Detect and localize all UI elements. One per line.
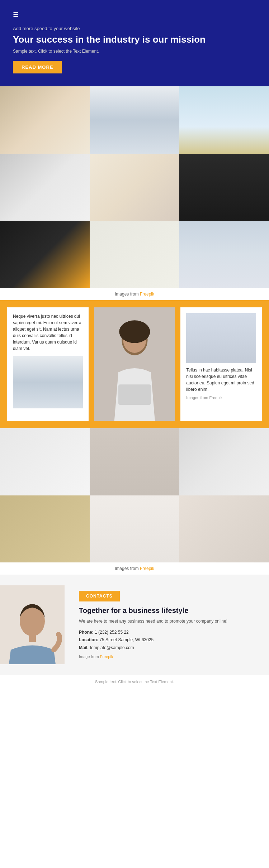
woman-laptop-svg (94, 307, 175, 421)
photo-cell-buildings (179, 221, 269, 288)
contacts-location: Location: 75 Street Sample, WI 63025 (79, 636, 262, 644)
svg-rect-3 (118, 384, 151, 405)
footer: Sample text. Click to select the Text El… (0, 675, 269, 688)
svg-rect-7 (29, 635, 36, 642)
contacts-freepik-note: Image from Freepik (79, 654, 262, 659)
read-more-button[interactable]: READ MORE (13, 61, 62, 73)
contacts-mail: Mail: template@sample.com (79, 644, 262, 652)
orange-card-3-freepik: Images from Freepik (186, 395, 256, 401)
svg-point-4 (119, 320, 150, 343)
photo-cell-notebook (0, 428, 90, 495)
photo-cell-phone (179, 154, 269, 221)
freepik-link-1[interactable]: Freepik (140, 292, 154, 297)
photo-cell-woman-curly (90, 428, 179, 495)
photo-cell-business-card (0, 221, 90, 288)
contacts-freepik-link[interactable]: Freepik (100, 654, 113, 659)
contacts-phone: Phone: 1 (232) 252 55 22 (79, 629, 262, 637)
svg-point-8 (56, 632, 61, 637)
contacts-info: Phone: 1 (232) 252 55 22 Location: 75 St… (79, 629, 262, 652)
contacts-section: CONTACTS Together for a business lifesty… (0, 575, 269, 675)
hamburger-menu[interactable]: ☰ (13, 11, 19, 19)
hero-section: ☰ Add more speed to your website Your su… (0, 0, 269, 86)
person-svg (0, 585, 65, 664)
photo-cell-corridor (179, 428, 269, 495)
hero-small-text: Add more speed to your website (13, 26, 256, 31)
orange-card-2 (94, 307, 175, 421)
orange-card-3: Tellus in hac habitasse platea. Nisl nis… (180, 307, 262, 421)
photo-cell-person-writing (0, 86, 90, 154)
orange-card-1-image (13, 356, 83, 408)
photo-grid-1-section: Images from Freepik (0, 86, 269, 300)
freepik-note-1: Images from Freepik (0, 288, 269, 300)
photo-cell-laptop-marketing (90, 154, 179, 221)
photo-cell-palm-tree (179, 86, 269, 154)
photo-grid-2 (0, 428, 269, 562)
contacts-person-image (0, 585, 72, 664)
contacts-title: Together for a business lifestyle (79, 606, 262, 615)
orange-card-1: Neque viverra justo nec ultrices dui sap… (7, 307, 89, 421)
hero-subtitle: Sample text. Click to select the Text El… (13, 49, 256, 54)
contacts-button[interactable]: CONTACTS (79, 591, 120, 601)
contacts-right-panel: CONTACTS Together for a business lifesty… (72, 591, 262, 659)
photo-cell-analytics (179, 495, 269, 563)
hero-title: Your success in the industry is our miss… (13, 34, 256, 45)
contacts-description: We are here to meet any business need an… (79, 618, 262, 624)
photo-cell-foggy-city (90, 86, 179, 154)
photo-grid-1 (0, 86, 269, 288)
photo-cell-arch (0, 154, 90, 221)
photo-cell-bottles (90, 495, 179, 563)
photo-grid-2-section: Images from Freepik (0, 428, 269, 575)
orange-card-1-text: Neque viverra justo nec ultrices dui sap… (13, 313, 83, 352)
orange-card-3-text: Tellus in hac habitasse platea. Nisl nis… (186, 367, 256, 393)
orange-section: Neque viverra justo nec ultrices dui sap… (0, 300, 269, 428)
photo-cell-desk-setup (90, 221, 179, 288)
freepik-note-2: Images from Freepik (0, 562, 269, 575)
freepik-link-2[interactable]: Freepik (140, 566, 154, 571)
photo-cell-globe (0, 495, 90, 563)
footer-sample-text: Sample text. Click to select the Text El… (95, 680, 174, 684)
